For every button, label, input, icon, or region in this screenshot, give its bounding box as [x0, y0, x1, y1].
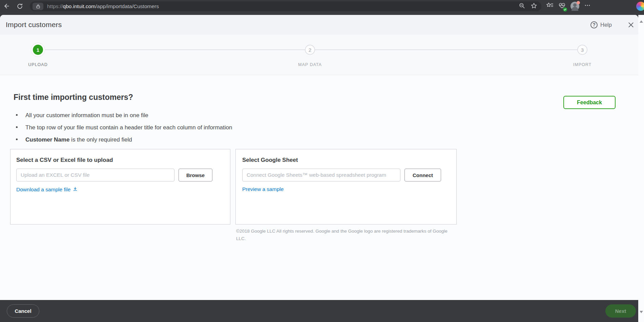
- refresh-icon[interactable]: [16, 2, 24, 10]
- connect-button[interactable]: Connect: [404, 169, 441, 181]
- profile-avatar[interactable]: [570, 2, 579, 10]
- dialog-header: Import customers ? Help: [0, 15, 638, 35]
- bullet-dot: [16, 138, 18, 140]
- step-circle-upload: 1: [33, 45, 43, 55]
- page-title: Import customers: [6, 15, 62, 35]
- bullet-dot: [16, 114, 18, 116]
- bullet-text-bold: Customer Name: [25, 136, 69, 143]
- page-scrollbar[interactable]: [638, 15, 644, 322]
- browser-toolbar: https://qbo.intuit.com/app/importdata/Cu…: [0, 0, 644, 12]
- help-button[interactable]: ? Help: [590, 15, 612, 35]
- step-circle-map-data: 2: [305, 45, 315, 55]
- address-bar[interactable]: https://qbo.intuit.com/app/importdata/Cu…: [30, 1, 541, 11]
- scrollbar-up-icon[interactable]: [640, 20, 643, 23]
- step-label-map-data: MAP DATA: [283, 62, 337, 67]
- bullet-text: Customer Name is the only required field: [25, 136, 132, 143]
- avatar-status-dot: [577, 1, 580, 4]
- google-sheet-input[interactable]: [242, 169, 400, 181]
- download-sample-label: Download a sample file: [16, 187, 70, 193]
- import-customers-dialog: Import customers ? Help 1 2 3 UPLOAD MAP…: [0, 15, 638, 322]
- stepper-connector-2: [310, 49, 582, 50]
- google-copyright: ©2018 Google LLC All rights reserved. Go…: [236, 228, 456, 242]
- page-heading: First time importing customers?: [14, 93, 133, 102]
- google-sheet-panel: Select Google Sheet Connect Preview a sa…: [235, 149, 457, 224]
- step-label-upload: UPLOAD: [11, 62, 65, 67]
- avatar-body: [572, 7, 578, 11]
- step-number: 3: [581, 47, 584, 53]
- scrollbar-down-icon[interactable]: [640, 311, 643, 313]
- dialog-footer: Cancel Next: [0, 300, 638, 322]
- browse-button[interactable]: Browse: [179, 169, 212, 181]
- stepper: 1 2 3 UPLOAD MAP DATA IMPORT: [0, 35, 638, 75]
- google-panel-title: Select Google Sheet: [242, 157, 451, 164]
- avatar-head: [573, 3, 577, 7]
- csv-panel-title: Select a CSV or Excel file to upload: [16, 157, 225, 164]
- instruction-list: All your customer information must be in…: [16, 112, 232, 149]
- step-number: 1: [37, 47, 39, 53]
- step-label-import: IMPORT: [555, 62, 609, 67]
- url-path: /app/importdata/Customers: [96, 3, 159, 9]
- favorite-star-icon[interactable]: [531, 2, 537, 10]
- preview-sample-label: Preview a sample: [242, 186, 284, 192]
- url-text: https://qbo.intuit.com/app/importdata/Cu…: [47, 3, 519, 9]
- list-item: Customer Name is the only required field: [16, 136, 232, 143]
- preview-sample-link[interactable]: Preview a sample: [242, 186, 284, 192]
- step-number: 2: [309, 47, 311, 53]
- download-icon: [72, 186, 78, 193]
- essentials-check-badge: [563, 7, 567, 12]
- url-domain: qbo.intuit.com: [63, 3, 96, 9]
- lock-icon[interactable]: [33, 3, 43, 10]
- download-sample-link[interactable]: Download a sample file: [16, 186, 78, 193]
- bullet-text: All your customer information must be in…: [25, 112, 148, 119]
- more-ellipsis-icon[interactable]: [584, 2, 591, 10]
- bullet-dot: [16, 126, 18, 128]
- back-icon[interactable]: [3, 2, 11, 10]
- close-icon[interactable]: [625, 15, 637, 35]
- copilot-icon[interactable]: [636, 2, 644, 11]
- feedback-button[interactable]: Feedback: [563, 96, 616, 109]
- bullet-text-rest: is the only required field: [69, 136, 132, 143]
- next-button[interactable]: Next: [605, 304, 636, 318]
- file-upload-input[interactable]: [16, 169, 174, 181]
- help-question-icon: ?: [590, 21, 598, 28]
- url-scheme: https://: [47, 3, 63, 9]
- bullet-text: The top row of your file must contain a …: [25, 124, 232, 131]
- cancel-button[interactable]: Cancel: [7, 304, 39, 318]
- step-circle-import: 3: [577, 45, 587, 55]
- help-label: Help: [600, 22, 612, 28]
- zoom-out-icon[interactable]: [519, 2, 525, 10]
- list-item: The top row of your file must contain a …: [16, 124, 232, 131]
- list-item: All your customer information must be in…: [16, 112, 232, 119]
- browser-essentials-icon[interactable]: [558, 2, 566, 10]
- csv-upload-panel: Select a CSV or Excel file to upload Bro…: [10, 149, 230, 224]
- stepper-connector-1: [38, 49, 310, 50]
- favorites-bar-icon[interactable]: [546, 2, 554, 10]
